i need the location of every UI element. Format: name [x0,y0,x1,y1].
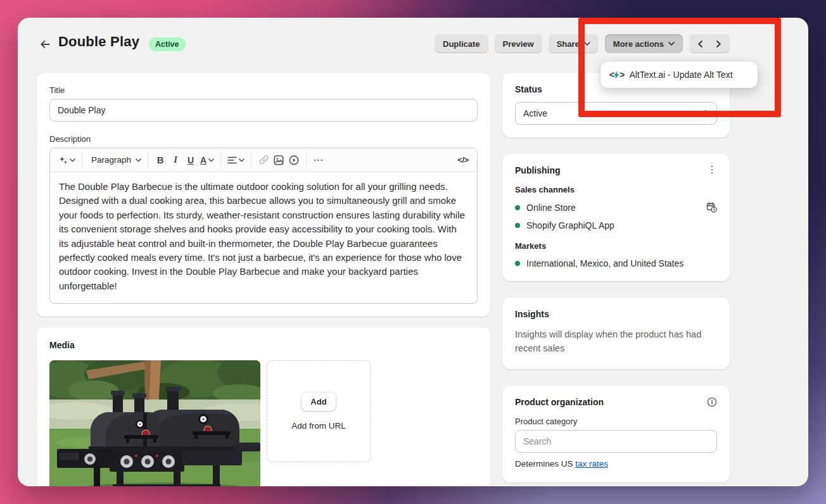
previous-product-button[interactable] [692,36,708,51]
title-label: Title [49,85,478,95]
toolbar-divider [251,154,251,167]
insert-image-button[interactable] [271,152,286,168]
markets-label: Markets [515,241,717,251]
info-icon[interactable] [707,397,717,407]
sales-channels-label: Sales channels [515,185,717,194]
text-color-button[interactable]: A [198,152,216,168]
chevron-down-icon [208,158,214,162]
channel-active-dot [515,205,520,210]
header-actions: Duplicate Preview Share More actions [435,34,730,53]
add-from-url-button[interactable]: Add from URL [291,421,346,431]
status-select-value: Active [523,108,547,118]
description-textarea[interactable]: The Double Play Barbecue is the ultimate… [50,172,477,303]
barbecue-photo [49,360,260,486]
organization-heading: Product organization [515,397,604,407]
tax-helper-text: Determines US tax rates [515,459,717,469]
insights-message: Insights will display when the product h… [515,327,708,355]
market-label: International, Mexico, and United States [526,258,683,268]
menu-item-alttext-update[interactable]: < > AltText.ai - Update Alt Text [604,65,754,84]
chevron-down-icon [239,158,245,162]
preview-button[interactable]: Preview [495,34,542,53]
ai-magic-button[interactable] [56,152,77,168]
chevron-right-icon [716,41,721,47]
chevron-down-icon [668,42,675,46]
calendar-clock-icon [706,202,717,213]
select-caret-icon [702,110,709,118]
arrow-left-icon [39,38,51,51]
chevron-down-icon [584,42,590,46]
channel-active-dot [515,223,520,228]
sparkles-icon [58,155,68,165]
status-badge: Active [149,37,186,51]
media-row: Add Add from URL [49,360,478,486]
chevron-down-icon [70,158,75,162]
chevron-down-icon [136,158,141,162]
page-title: Double Play [58,34,139,50]
shopify-admin-window: Double Play Active Duplicate Preview Sha… [18,18,808,486]
desktop-background: { "page": { "title": "Double Play", "sta… [0,0,826,504]
channel-row-graphiql: Shopify GraphiQL App [515,220,717,230]
toolbar-divider [306,154,307,167]
insert-link-button[interactable] [256,152,271,168]
rich-text-editor: Paragraph B I U A [49,148,478,304]
status-select[interactable]: Active [515,102,717,125]
toolbar-divider [82,154,82,167]
insights-card: Insights Insights will display when the … [502,298,730,369]
market-active-dot [515,261,520,266]
code-bolt-icon: < > [609,70,624,80]
title-description-card: Title Description Paragraph B I [37,73,490,317]
description-label: Description [49,134,478,144]
product-category-label: Product category [515,417,717,426]
channel-label: Online Store [526,203,576,213]
channel-label: Shopify GraphiQL App [526,220,614,230]
chevron-left-icon [698,41,702,47]
channel-row-online-store: Online Store [515,202,717,213]
add-media-button[interactable]: Add [302,393,335,411]
italic-button[interactable]: I [168,152,183,168]
publishing-card: Publishing ⋮ Sales channels Online Store… [502,154,730,281]
insights-heading: Insights [515,309,717,319]
media-upload-dropzone[interactable]: Add Add from URL [267,360,371,462]
media-card: Media [37,327,490,486]
publishing-menu-button[interactable]: ⋮ [707,165,717,174]
align-left-icon [227,156,237,164]
menu-item-label: AltText.ai - Update Alt Text [629,70,732,80]
show-html-button[interactable]: </> [455,152,471,168]
product-category-search-input[interactable] [515,430,717,453]
duplicate-button[interactable]: Duplicate [435,34,488,53]
share-button[interactable]: Share [549,34,599,53]
image-icon [274,155,284,165]
insert-video-button[interactable] [286,152,302,168]
market-row: International, Mexico, and United States [515,258,717,268]
toolbar-divider [148,154,148,167]
product-pagination [689,34,730,53]
product-organization-card: Product organization Product category De… [502,386,730,482]
toolbar-divider [220,154,221,167]
more-tools-button[interactable]: ··· [311,152,326,168]
back-button[interactable] [37,37,53,52]
underline-button[interactable]: U [183,152,198,168]
play-circle-icon [289,155,299,165]
media-heading: Media [49,340,478,350]
editor-toolbar: Paragraph B I U A [50,148,477,172]
link-icon [259,155,269,165]
paragraph-style-dropdown[interactable]: Paragraph [87,152,143,168]
alignment-dropdown[interactable] [226,152,246,168]
product-photo-thumbnail[interactable] [49,360,260,486]
more-actions-menu: < > AltText.ai - Update Alt Text [600,61,758,88]
title-input[interactable] [49,99,478,122]
more-actions-button[interactable]: More actions [605,34,683,53]
publishing-heading: Publishing [515,165,561,175]
sidebar-column: Status Active Publishing ⋮ Sales channel… [502,73,730,482]
bold-button[interactable]: B [153,152,168,168]
tax-rates-link[interactable]: tax rates [575,459,608,469]
next-product-button[interactable] [711,36,727,51]
schedule-availability-button[interactable] [706,202,717,213]
main-column: Title Description Paragraph B I [37,73,490,486]
